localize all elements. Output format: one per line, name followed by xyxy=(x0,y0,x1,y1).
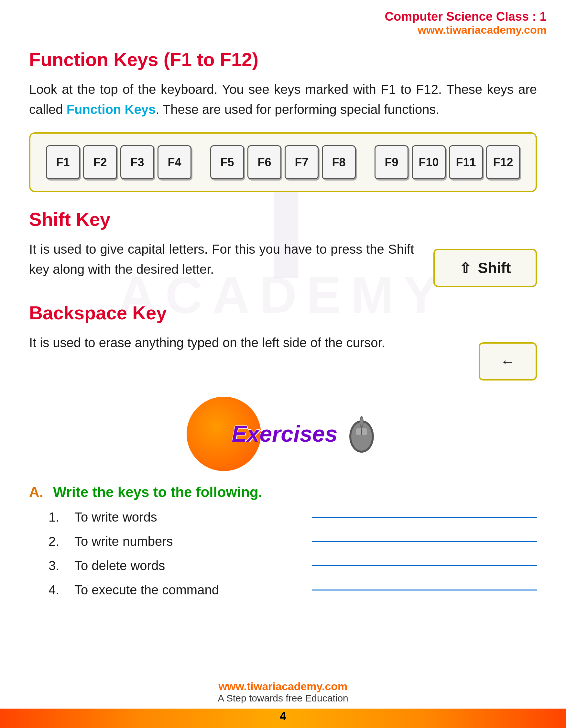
shift-key-section: Shift Key It is used to give capital let… xyxy=(29,208,537,289)
key-f2: F2 xyxy=(83,145,117,179)
footer-website: www.tiwariacademy.com xyxy=(0,680,566,693)
function-keys-body: Look at the top of the keyboard. You see… xyxy=(29,79,537,119)
exercise-answer-line-2 xyxy=(312,541,537,542)
function-keys-highlight: Function Keys xyxy=(67,102,156,116)
key-f12: F12 xyxy=(486,145,520,179)
shift-key-text: It is used to give capital letters. For … xyxy=(29,239,414,289)
mouse-icon xyxy=(344,412,379,456)
shift-key-body: It is used to give capital letters. For … xyxy=(29,239,414,279)
exercise-answer-line-4 xyxy=(312,590,537,590)
backspace-arrow-icon: ← xyxy=(500,353,515,370)
shift-key-layout: It is used to give capital letters. For … xyxy=(29,239,537,289)
exercise-label: A. xyxy=(29,484,43,500)
key-f1: F1 xyxy=(46,145,80,179)
shift-key-visual: ⇧ Shift xyxy=(433,239,537,287)
exercise-answer-line-1 xyxy=(312,517,537,518)
backspace-key-box: ← xyxy=(479,342,537,381)
exercise-num-2: 2. xyxy=(49,534,74,549)
key-f5: F5 xyxy=(210,145,244,179)
exercise-item-4: 4. To execute the command xyxy=(49,583,537,597)
class-title: Computer Science Class : 1 xyxy=(384,10,547,24)
shift-key-box: ⇧ Shift xyxy=(433,249,537,287)
key-f3: F3 xyxy=(120,145,154,179)
exercises-text: Exercises xyxy=(232,421,338,447)
exercise-num-3: 3. xyxy=(49,558,74,573)
exercise-title: Write the keys to the following. xyxy=(53,484,262,500)
page-number: 4 xyxy=(280,710,286,723)
backspace-key-body: It is used to erase anything typed on th… xyxy=(29,333,459,353)
key-group-3: F9 F10 F11 F12 xyxy=(374,145,520,179)
header-website: www.tiwariacademy.com xyxy=(384,24,547,36)
exercise-answer-line-3 xyxy=(312,565,537,566)
backspace-key-text: It is used to erase anything typed on th… xyxy=(29,333,459,362)
function-keys-section: Function Keys (F1 to F12) Look at the to… xyxy=(29,49,537,192)
backspace-key-visual: ← xyxy=(479,333,537,381)
shift-key-heading: Shift Key xyxy=(29,208,537,230)
backspace-key-heading: Backspace Key xyxy=(29,302,537,324)
exercise-a-heading: A. Write the keys to the following. xyxy=(29,484,537,500)
footer: www.tiwariacademy.com A Step towards fre… xyxy=(0,680,566,704)
key-group-1: F1 F2 F3 F4 xyxy=(46,145,192,179)
shift-arrow-icon: ⇧ xyxy=(459,260,471,276)
exercise-item-3: 3. To delete words xyxy=(49,558,537,573)
body-text-after-highlight: . These are used for performing special … xyxy=(156,102,439,116)
backspace-key-section: Backspace Key It is used to erase anythi… xyxy=(29,302,537,381)
key-f7: F7 xyxy=(284,145,318,179)
svg-point-5 xyxy=(360,417,363,426)
exercise-num-1: 1. xyxy=(49,510,74,524)
key-f6: F6 xyxy=(248,145,282,179)
function-keys-heading: Function Keys (F1 to F12) xyxy=(29,49,537,70)
exercise-question-4: To execute the command xyxy=(74,583,299,597)
main-content: Function Keys (F1 to F12) Look at the to… xyxy=(0,0,566,646)
backspace-key-layout: It is used to erase anything typed on th… xyxy=(29,333,537,381)
footer-tagline: A Step towards free Education xyxy=(0,693,566,704)
exercise-question-1: To write words xyxy=(74,510,299,524)
key-f11: F11 xyxy=(449,145,483,179)
exercise-num-4: 4. xyxy=(49,583,74,597)
top-header: Computer Science Class : 1 www.tiwariaca… xyxy=(384,10,547,36)
key-f9: F9 xyxy=(374,145,408,179)
exercise-question-2: To write numbers xyxy=(74,534,299,549)
exercise-item-2: 2. To write numbers xyxy=(49,534,537,549)
exercise-list: 1. To write words 2. To write numbers 3.… xyxy=(29,510,537,597)
key-f4: F4 xyxy=(158,145,192,179)
exercise-question-3: To delete words xyxy=(74,558,299,573)
shift-key-label: Shift xyxy=(478,259,511,277)
exercise-a: A. Write the keys to the following. 1. T… xyxy=(29,484,537,597)
key-f10: F10 xyxy=(412,145,446,179)
key-f8: F8 xyxy=(322,145,356,179)
exercises-banner: Exercises xyxy=(29,397,537,471)
exercise-item-1: 1. To write words xyxy=(49,510,537,524)
function-keys-diagram: F1 F2 F3 F4 F5 F6 F7 F8 F9 F10 F11 F12 xyxy=(29,132,537,192)
key-group-2: F5 F6 F7 F8 xyxy=(210,145,356,179)
